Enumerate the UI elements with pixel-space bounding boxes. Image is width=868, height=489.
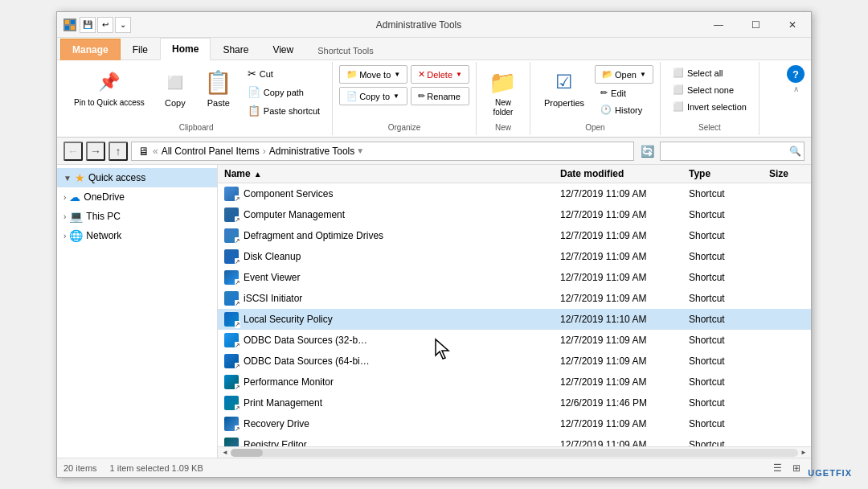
table-row[interactable]: Component Services12/7/2019 11:09 AMShor… bbox=[218, 183, 811, 204]
hscroll-right-btn[interactable]: ► bbox=[798, 447, 809, 458]
open-label: Open bbox=[537, 121, 653, 135]
table-row[interactable]: Print Management12/6/2019 11:46 PMShortc… bbox=[218, 392, 811, 413]
up-button[interactable]: ↑ bbox=[108, 142, 128, 161]
search-input[interactable] bbox=[665, 146, 786, 157]
tab-file[interactable]: File bbox=[121, 39, 160, 60]
sidebar-item-quick-access[interactable]: ▼ ★ Quick access bbox=[57, 168, 217, 187]
table-row[interactable]: Computer Management12/7/2019 11:09 AMSho… bbox=[218, 204, 811, 225]
refresh-button[interactable]: 🔄 bbox=[637, 142, 657, 161]
sidebar-label-onedrive: OneDrive bbox=[84, 191, 211, 203]
view-tiles-btn[interactable]: ⊞ bbox=[788, 460, 805, 476]
tab-manage[interactable]: Manage bbox=[60, 39, 121, 60]
file-cell-size bbox=[763, 360, 811, 363]
minimize-button[interactable]: — bbox=[700, 12, 737, 37]
help-button[interactable]: ? bbox=[787, 65, 805, 83]
move-to-icon: 📁 bbox=[346, 69, 358, 80]
table-row[interactable]: Defragment and Optimize Drives12/7/2019 … bbox=[218, 225, 811, 246]
edit-button[interactable]: ✏ Edit bbox=[595, 85, 653, 101]
back-button[interactable]: ← bbox=[63, 142, 83, 161]
properties-button[interactable]: ☑ Properties bbox=[537, 65, 592, 112]
status-selected: 1 item selected 1.09 KB bbox=[110, 463, 203, 473]
col-header-date[interactable]: Date modified bbox=[554, 165, 682, 183]
file-cell-name: iSCSI Initiator bbox=[218, 290, 554, 307]
view-details-btn[interactable]: ☰ bbox=[769, 460, 785, 476]
file-list-body[interactable]: Component Services12/7/2019 11:09 AMShor… bbox=[218, 183, 811, 446]
sidebar-item-onedrive[interactable]: › ☁ OneDrive bbox=[57, 187, 217, 207]
sidebar: ▼ ★ Quick access › ☁ OneDrive › 💻 This P… bbox=[57, 165, 218, 458]
close-button[interactable]: ✕ bbox=[774, 12, 811, 37]
move-to-button[interactable]: 📁 Move to ▼ bbox=[339, 65, 407, 84]
delete-icon: ✕ bbox=[418, 69, 425, 80]
pin-icon: 📌 bbox=[96, 69, 122, 95]
file-cell-type: Shortcut bbox=[682, 187, 763, 201]
rename-button[interactable]: ✏ Rename bbox=[411, 87, 469, 105]
address-path[interactable]: 🖥 « All Control Panel Items › Administra… bbox=[131, 142, 634, 161]
new-folder-label: Newfolder bbox=[493, 98, 513, 117]
paste-shortcut-button[interactable]: 📋 Paste shortcut bbox=[242, 102, 326, 119]
qs-undo-btn[interactable]: ↩ bbox=[97, 17, 113, 33]
table-row[interactable]: Disk Cleanup12/7/2019 11:09 AMShortcut bbox=[218, 246, 811, 267]
hscroll-thumb[interactable] bbox=[231, 449, 263, 457]
table-row[interactable]: Event Viewer12/7/2019 11:09 AMShortcut bbox=[218, 267, 811, 288]
delete-button[interactable]: ✕ Delete ▼ bbox=[411, 65, 469, 84]
file-cell-date: 12/7/2019 11:10 AM bbox=[554, 312, 682, 327]
tab-view[interactable]: View bbox=[260, 39, 305, 60]
copy-icon: ⬜ bbox=[162, 69, 188, 95]
pin-to-quick-access-button[interactable]: 📌 Pin to Quick access bbox=[67, 65, 152, 112]
table-row[interactable]: ODBC Data Sources (32-b…12/7/2019 11:09 … bbox=[218, 330, 811, 351]
svg-rect-3 bbox=[71, 26, 75, 30]
open-button[interactable]: 📂 Open ▼ bbox=[595, 65, 653, 84]
cut-button[interactable]: ✂ Cut bbox=[242, 65, 326, 82]
collapse-btn[interactable]: ∧ bbox=[787, 84, 805, 93]
table-row[interactable]: ODBC Data Sources (64-bi…12/7/2019 11:09… bbox=[218, 351, 811, 372]
hscroll-left-btn[interactable]: ◄ bbox=[219, 447, 231, 458]
file-cell-type: Shortcut bbox=[682, 270, 763, 285]
copy-to-button[interactable]: 📄 Copy to ▼ bbox=[339, 87, 407, 105]
file-cell-type: Shortcut bbox=[682, 228, 763, 243]
file-cell-date: 12/7/2019 11:09 AM bbox=[554, 354, 682, 368]
copy-path-button[interactable]: 📄 Copy path bbox=[242, 84, 326, 101]
window-title: Administrative Tools bbox=[137, 12, 700, 37]
sidebar-item-this-pc[interactable]: › 💻 This PC bbox=[57, 207, 217, 226]
tab-share[interactable]: Share bbox=[211, 39, 260, 60]
file-cell-size bbox=[763, 234, 811, 237]
col-header-type[interactable]: Type bbox=[682, 165, 763, 183]
file-cell-size bbox=[763, 297, 811, 300]
delete-arrow: ▼ bbox=[456, 71, 462, 78]
tab-shortcut-tools[interactable]: Shortcut Tools bbox=[305, 40, 386, 60]
search-box[interactable]: 🔍 bbox=[660, 142, 805, 161]
qs-save-btn[interactable]: 💾 bbox=[80, 17, 96, 33]
ribbon-group-organize: 📁 Move to ▼ 📄 Copy to ▼ ✕ bbox=[333, 62, 477, 135]
sidebar-item-network[interactable]: › 🌐 Network bbox=[57, 226, 217, 245]
select-none-button[interactable]: ⬜ Select none bbox=[667, 82, 752, 97]
status-bar: 20 items 1 item selected 1.09 KB ☰ ⊞ bbox=[57, 458, 811, 477]
table-row[interactable]: Registry Editor12/7/2019 11:09 AMShortcu… bbox=[218, 434, 811, 446]
tab-home[interactable]: Home bbox=[160, 38, 211, 60]
invert-selection-button[interactable]: ⬜ Invert selection bbox=[667, 99, 752, 114]
table-row[interactable]: Recovery Drive12/7/2019 11:09 AMShortcut bbox=[218, 413, 811, 434]
new-folder-button[interactable]: 📁 Newfolder bbox=[483, 65, 523, 121]
table-row[interactable]: Local Security Policy12/7/2019 11:10 AMS… bbox=[218, 309, 811, 330]
table-row[interactable]: Performance Monitor12/7/2019 11:09 AMSho… bbox=[218, 372, 811, 392]
file-icon bbox=[224, 438, 239, 446]
file-icon bbox=[224, 312, 239, 327]
file-cell-type: Shortcut bbox=[682, 438, 763, 446]
maximize-button[interactable]: ☐ bbox=[737, 12, 774, 37]
forward-button[interactable]: → bbox=[86, 142, 105, 161]
select-none-icon: ⬜ bbox=[673, 84, 684, 95]
horizontal-scrollbar[interactable]: ◄ ► bbox=[218, 446, 811, 458]
file-cell-date: 12/7/2019 11:09 AM bbox=[554, 417, 682, 431]
file-icon bbox=[224, 228, 239, 243]
table-row[interactable]: iSCSI Initiator12/7/2019 11:09 AMShortcu… bbox=[218, 288, 811, 309]
hscroll-track[interactable] bbox=[231, 449, 798, 457]
paste-button[interactable]: 📋 Paste bbox=[199, 65, 239, 112]
col-header-name[interactable]: Name ▲ bbox=[218, 165, 554, 183]
copy-button[interactable]: ⬜ Copy bbox=[155, 65, 195, 112]
history-button[interactable]: 🕐 History bbox=[595, 102, 653, 117]
select-all-button[interactable]: ⬜ Select all bbox=[667, 65, 752, 80]
file-cell-size bbox=[763, 276, 811, 279]
ribbon-organize-content: 📁 Move to ▼ 📄 Copy to ▼ ✕ bbox=[339, 65, 469, 121]
col-header-size[interactable]: Size bbox=[763, 165, 811, 183]
ribbon: 📌 Pin to Quick access ⬜ Copy 📋 Paste bbox=[57, 60, 811, 138]
qs-redo-btn[interactable]: ⌄ bbox=[115, 17, 131, 33]
